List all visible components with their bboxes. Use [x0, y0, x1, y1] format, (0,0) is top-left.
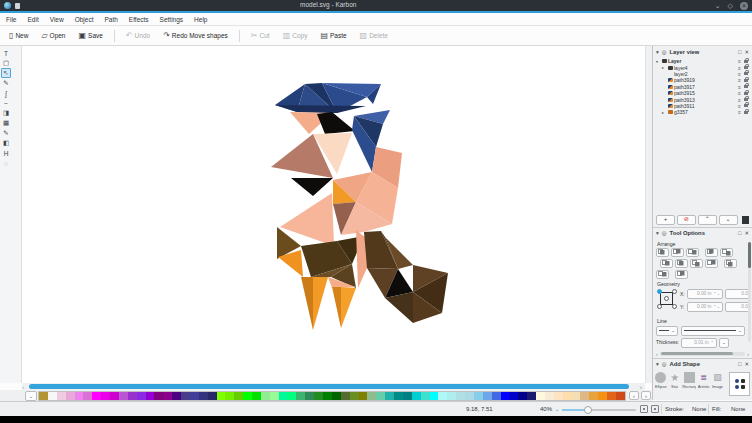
path-edit-tool[interactable]: ʃ	[1, 88, 11, 98]
fill-value[interactable]: None	[731, 406, 745, 412]
redo-move-shapes-button[interactable]: ↷Redo Move shapes	[158, 30, 233, 42]
minimize-button[interactable]: ⌄	[715, 2, 721, 10]
thickness-input[interactable]: 0.01 in⌃	[681, 338, 717, 348]
arrange-button-2[interactable]	[671, 248, 684, 257]
lower-layer-button[interactable]: ⌄	[719, 215, 738, 225]
color-swatch[interactable]	[190, 392, 199, 400]
menu-edit[interactable]: Edit	[27, 16, 38, 23]
arrange-button-7[interactable]	[675, 259, 688, 268]
menu-view[interactable]: View	[50, 16, 64, 23]
zoom-tool[interactable]: H	[1, 148, 11, 158]
color-swatch[interactable]	[181, 392, 190, 400]
lock-icon[interactable]	[744, 79, 748, 82]
fill-tool[interactable]: ◧	[1, 138, 11, 148]
zoom-slider-handle[interactable]	[584, 406, 592, 414]
select-tool[interactable]: ↖	[1, 68, 11, 78]
color-swatch[interactable]	[403, 392, 412, 400]
palette-options-button[interactable]: ⌄	[25, 391, 37, 401]
new-button[interactable]: ▯New	[4, 30, 33, 42]
color-swatch[interactable]	[572, 392, 581, 400]
titlebar[interactable]: model.svg - Karbon ⌄ ◇ ✕	[0, 0, 752, 11]
color-swatch[interactable]	[66, 392, 75, 400]
arrange-button-8[interactable]	[690, 259, 703, 268]
color-swatch[interactable]	[243, 392, 252, 400]
color-swatch[interactable]	[456, 392, 465, 400]
color-swatch[interactable]	[430, 392, 439, 400]
color-swatch[interactable]	[359, 392, 368, 400]
float-docker-icon[interactable]: □	[738, 230, 741, 236]
artwork-polygon[interactable]	[332, 287, 341, 328]
y-input[interactable]: 0.00 in⌃⌄	[687, 302, 723, 312]
color-swatch[interactable]	[527, 392, 536, 400]
color-swatch[interactable]	[217, 392, 226, 400]
arrange-button-3[interactable]	[686, 248, 699, 257]
color-swatch[interactable]	[474, 392, 483, 400]
color-swatch[interactable]	[48, 392, 57, 400]
lock-icon[interactable]	[744, 72, 748, 75]
collapse-icon[interactable]: ▾	[656, 230, 659, 236]
color-swatch[interactable]	[412, 392, 421, 400]
float-docker-icon[interactable]: □	[738, 49, 741, 55]
artwork-polygon[interactable]	[341, 287, 356, 328]
lock-icon[interactable]	[744, 85, 748, 88]
color-swatch[interactable]	[39, 392, 48, 400]
shape-artistic-text[interactable]: ≣Artistic	[698, 372, 710, 389]
tool-options-vscrollbar[interactable]	[748, 242, 751, 342]
arrange-button-9[interactable]	[705, 259, 718, 268]
color-swatch[interactable]	[350, 392, 359, 400]
color-swatch[interactable]	[163, 392, 172, 400]
palette-scroll-left-button[interactable]: ‹	[629, 391, 639, 400]
shape-ellipse[interactable]: Ellipse	[655, 372, 667, 389]
canvas-horizontal-scrollbar[interactable]: ‹ ›	[22, 383, 645, 390]
color-swatch[interactable]	[279, 392, 288, 400]
color-swatch[interactable]	[92, 392, 101, 400]
expander-icon[interactable]: ▾	[656, 59, 661, 64]
color-swatch[interactable]	[518, 392, 527, 400]
color-swatch[interactable]	[563, 392, 572, 400]
canvas-vertical-scrollbar[interactable]	[645, 46, 652, 383]
arrange-button-4[interactable]	[705, 248, 718, 257]
color-swatch[interactable]	[154, 392, 163, 400]
color-swatch[interactable]	[101, 392, 110, 400]
color-swatch[interactable]	[465, 392, 474, 400]
color-swatch[interactable]	[323, 392, 332, 400]
color-swatch[interactable]	[483, 392, 492, 400]
anchor-bottom-right[interactable]	[672, 304, 677, 309]
color-swatch[interactable]	[367, 392, 376, 400]
color-swatch[interactable]	[305, 392, 314, 400]
lock-icon[interactable]	[744, 66, 748, 69]
arrange-button-5[interactable]	[720, 248, 733, 257]
expander-icon[interactable]: ▸	[662, 110, 667, 115]
zoom-slider[interactable]	[562, 409, 636, 411]
anchor-center[interactable]	[664, 296, 669, 301]
gradient-tool[interactable]: ◨	[1, 108, 11, 118]
color-swatch[interactable]	[509, 392, 518, 400]
color-swatch[interactable]	[447, 392, 456, 400]
color-swatch[interactable]	[208, 392, 217, 400]
color-swatch[interactable]	[589, 392, 598, 400]
menu-help[interactable]: Help	[194, 16, 207, 23]
color-swatch[interactable]	[554, 392, 563, 400]
delete-layer-button[interactable]: ⊘	[677, 215, 696, 225]
color-swatch[interactable]	[501, 392, 510, 400]
color-swatch[interactable]	[421, 392, 430, 400]
shape-rectangle[interactable]: Rectang	[683, 372, 696, 389]
color-swatch[interactable]	[314, 392, 323, 400]
close-docker-icon[interactable]: ✕	[744, 361, 749, 367]
color-swatch[interactable]	[137, 392, 146, 400]
visibility-icon[interactable]: ≡	[738, 109, 741, 115]
maximize-button[interactable]: ◇	[728, 2, 733, 10]
shape-star[interactable]: ★Star	[669, 372, 681, 389]
visibility-icon[interactable]: ≡	[738, 71, 741, 77]
collapse-icon[interactable]: ▾	[656, 49, 659, 55]
zoom-level[interactable]: 40%	[540, 406, 552, 412]
color-swatch[interactable]	[234, 392, 243, 400]
visibility-icon[interactable]: ≡	[738, 103, 741, 109]
x-input[interactable]: 0.00 in⌃⌄	[687, 289, 723, 299]
undo-button[interactable]: ↶Undo	[121, 30, 155, 42]
pattern-tool[interactable]: ▦	[1, 118, 11, 128]
anchor-bottom-left[interactable]	[657, 304, 662, 309]
shape-template-panel[interactable]	[729, 372, 750, 396]
color-swatch[interactable]	[438, 392, 447, 400]
cut-button[interactable]: ✂Cut	[246, 30, 275, 42]
